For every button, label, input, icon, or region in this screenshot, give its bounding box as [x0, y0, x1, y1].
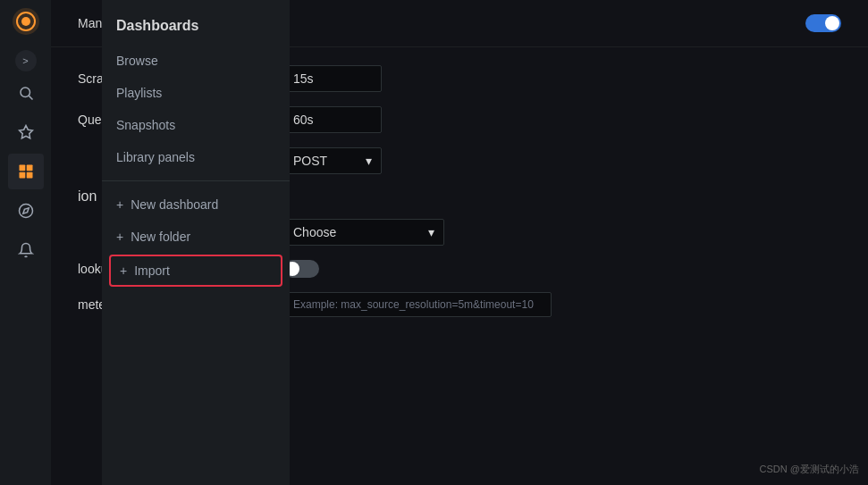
sidebar-toggle[interactable]: >	[15, 50, 37, 71]
dropdown-new-dashboard[interactable]: + New dashboard	[102, 188, 290, 221]
svg-point-10	[19, 205, 32, 218]
svg-rect-8	[19, 172, 25, 179]
dropdown-item-browse[interactable]: Browse	[102, 45, 290, 77]
sidebar-search[interactable]	[8, 75, 44, 111]
svg-marker-5	[19, 126, 32, 138]
dropdown-item-library-panels[interactable]: Library panels	[102, 141, 290, 173]
dropdown-new-folder[interactable]: + New folder	[102, 221, 290, 253]
svg-rect-9	[26, 172, 32, 179]
parameters-input[interactable]: Example: max_source_resolution=5m&timeou…	[283, 292, 552, 317]
sidebar-explore[interactable]	[8, 193, 44, 229]
dropdown-import[interactable]: + Import	[109, 255, 282, 287]
svg-point-3	[21, 88, 30, 97]
import-plus-icon: +	[120, 263, 127, 278]
svg-marker-11	[22, 208, 28, 213]
dropdown-divider	[102, 180, 290, 181]
scrape-interval-input[interactable]: 15s	[283, 65, 382, 92]
new-folder-plus-icon: +	[116, 230, 123, 244]
method-value: POST	[293, 154, 327, 168]
sidebar: >	[0, 0, 51, 485]
browse-label: Browse	[116, 54, 158, 68]
svg-rect-6	[19, 165, 25, 171]
chevron-right-icon: >	[22, 55, 28, 66]
library-panels-label: Library panels	[116, 150, 195, 164]
main-content: Manage alerts via Alerting UI Scrape int…	[51, 0, 868, 485]
snapshots-label: Snapshots	[116, 118, 175, 132]
method-select[interactable]: POST ▾	[283, 147, 382, 174]
import-label: Import	[134, 263, 170, 278]
choose-select[interactable]: Choose ▾	[283, 219, 444, 246]
svg-line-4	[29, 96, 32, 99]
playlists-label: Playlists	[116, 86, 162, 100]
svg-rect-7	[26, 165, 32, 171]
alert-toggle[interactable]	[805, 14, 841, 32]
query-timeout-input[interactable]: 60s	[283, 106, 382, 133]
new-folder-label: New folder	[131, 230, 190, 244]
sidebar-starred[interactable]	[8, 114, 44, 150]
dropdown-item-snapshots[interactable]: Snapshots	[102, 109, 290, 141]
sidebar-dashboards[interactable]	[8, 154, 44, 189]
watermark: CSDN @爱测试的小浩	[760, 463, 859, 476]
dropdown-title: Dashboards	[102, 0, 290, 45]
choose-value: Choose	[293, 225, 336, 239]
sidebar-alerting[interactable]	[8, 232, 44, 268]
choose-chevron-icon: ▾	[428, 225, 434, 239]
svg-point-2	[21, 17, 30, 26]
new-dashboard-plus-icon: +	[116, 197, 123, 212]
new-dashboard-label: New dashboard	[131, 197, 218, 212]
dropdown-item-playlists[interactable]: Playlists	[102, 77, 290, 109]
method-chevron-icon: ▾	[366, 154, 372, 168]
dashboards-dropdown: Dashboards Browse Playlists Snapshots Li…	[102, 0, 290, 485]
grafana-logo[interactable]	[12, 7, 40, 36]
